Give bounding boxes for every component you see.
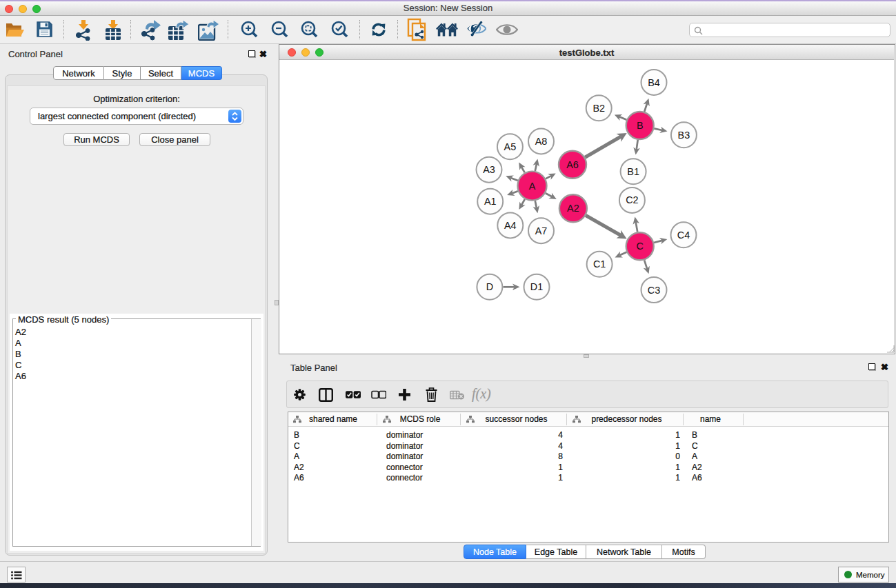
svg-text:A2: A2	[567, 203, 579, 214]
svg-text:B2: B2	[593, 103, 605, 114]
svg-text:B: B	[637, 120, 644, 131]
svg-text:B1: B1	[627, 166, 639, 177]
svg-text:C3: C3	[648, 285, 660, 296]
svg-text:A7: A7	[535, 225, 548, 236]
svg-text:A8: A8	[535, 136, 548, 147]
svg-text:A3: A3	[483, 164, 495, 175]
svg-text:B4: B4	[648, 77, 660, 88]
svg-text:B3: B3	[678, 130, 690, 141]
svg-text:A: A	[529, 181, 536, 192]
svg-text:C4: C4	[677, 230, 690, 241]
svg-text:C2: C2	[626, 194, 638, 205]
svg-text:C: C	[636, 241, 643, 252]
svg-text:C1: C1	[593, 258, 606, 270]
svg-text:D1: D1	[530, 281, 543, 292]
svg-text:A6: A6	[566, 159, 579, 170]
svg-text:A5: A5	[504, 141, 517, 152]
svg-text:A1: A1	[484, 196, 497, 207]
svg-text:A4: A4	[504, 220, 517, 231]
svg-text:D: D	[486, 281, 493, 292]
